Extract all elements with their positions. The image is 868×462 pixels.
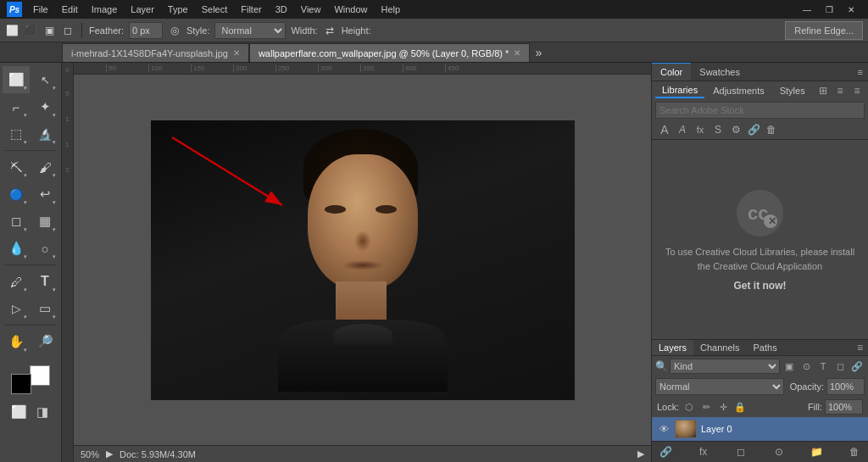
menu-view[interactable]: View	[295, 3, 327, 16]
filter-adjust-icon[interactable]: ⊙	[798, 359, 814, 374]
tab-2-close[interactable]: ✕	[514, 48, 520, 58]
menu-filter[interactable]: Filter	[235, 3, 267, 16]
zoom-level: 50%	[81, 449, 99, 459]
lib-tool-2-icon[interactable]: A	[675, 122, 690, 137]
adjustments-tab[interactable]: Adjustments	[706, 84, 771, 97]
path-select-tool[interactable]: ▷▾	[3, 295, 30, 322]
opacity-input[interactable]	[826, 378, 865, 395]
shape-tool[interactable]: ▭▾	[31, 295, 58, 322]
styles-tab[interactable]: Styles	[773, 84, 812, 97]
marquee-tool[interactable]: ⬜▾	[3, 66, 30, 93]
layers-kind-select[interactable]: Kind Name Effect Mode Attribute Color	[670, 359, 780, 374]
color-tab[interactable]: Color	[652, 63, 691, 81]
menu-layer[interactable]: Layer	[125, 3, 160, 16]
lib-tool-4-icon[interactable]: ⚙	[728, 122, 743, 137]
menu-bar: File Edit Image Layer Type Select Filter…	[27, 3, 406, 16]
layer-item-0[interactable]: 👁 Layer 0	[652, 417, 868, 441]
menu-3d[interactable]: 3D	[270, 3, 293, 16]
pen-tool[interactable]: 🖊▾	[3, 268, 30, 295]
blur-tool[interactable]: 💧▾	[3, 235, 30, 262]
layer-effects-button[interactable]: fx	[695, 444, 712, 459]
hand-tool[interactable]: ✋▾	[3, 328, 30, 355]
lib-tool-5-icon[interactable]: 🔗	[746, 122, 761, 137]
crop-tool[interactable]: ⬚▾	[3, 120, 30, 148]
quick-mask-button[interactable]: ◨	[32, 403, 53, 421]
layer-visibility-toggle[interactable]: 👁	[657, 422, 670, 436]
lasso-tool[interactable]: ⌐▾	[3, 93, 30, 120]
menu-window[interactable]: Window	[328, 3, 373, 16]
menu-select[interactable]: Select	[196, 3, 234, 16]
lock-transparent-icon[interactable]: ⬡	[682, 400, 696, 414]
delete-layer-button[interactable]: 🗑	[846, 444, 863, 459]
filter-type-icon[interactable]: T	[815, 359, 831, 374]
refine-edge-button[interactable]: Refine Edge...	[785, 21, 863, 40]
move-tool[interactable]: ↖▾	[31, 66, 58, 93]
zoom-arrow-icon[interactable]: ▶	[106, 448, 113, 459]
menu-type[interactable]: Type	[162, 3, 194, 16]
magic-wand-tool[interactable]: ✦▾	[31, 93, 58, 120]
fill-input[interactable]	[825, 399, 863, 415]
arrow-icon: ▾	[53, 253, 56, 260]
ruler-tick: 450	[445, 64, 487, 72]
history-brush-tool[interactable]: ↩▾	[31, 181, 58, 208]
tab-1-close[interactable]: ✕	[233, 48, 240, 58]
brush-tool[interactable]: 🖌▾	[31, 153, 58, 181]
menu-file[interactable]: File	[27, 3, 54, 16]
layers-tab[interactable]: Layers	[652, 340, 693, 355]
new-adjustment-button[interactable]: ⊙	[771, 444, 787, 459]
link-layers-button[interactable]: 🔗	[657, 444, 674, 459]
library-search-input[interactable]	[655, 102, 865, 119]
menu-image[interactable]: Image	[86, 3, 124, 16]
lib-tool-fx-icon[interactable]: fx	[693, 122, 708, 137]
feather-input[interactable]	[129, 22, 163, 39]
libraries-tab[interactable]: Libraries	[655, 83, 704, 98]
zoom-tool[interactable]: 🔎	[31, 328, 58, 355]
tab-2[interactable]: wallpaperflare.com_wallpaper.jpg @ 50% (…	[249, 43, 530, 62]
lock-position-icon[interactable]: ✛	[716, 400, 730, 414]
lib-tool-3-icon[interactable]: S	[710, 122, 726, 137]
layers-panel-menu-icon[interactable]: ≡	[852, 340, 868, 355]
filter-shape-icon[interactable]: ◻	[832, 359, 848, 374]
type-tool[interactable]: T▾	[31, 268, 58, 295]
lock-all-icon[interactable]: 🔒	[733, 400, 747, 414]
minimize-button[interactable]: —	[797, 3, 817, 16]
gradient-tool[interactable]: ▦▾	[31, 208, 58, 235]
blend-mode-select[interactable]: Normal Dissolve Multiply Screen Overlay	[655, 378, 784, 395]
foreground-color-swatch[interactable]	[11, 374, 31, 394]
style-select[interactable]: Normal Fixed Ratio Fixed Size	[214, 22, 286, 39]
close-button[interactable]: ✕	[841, 3, 861, 16]
healing-tool[interactable]: ⛏▾	[3, 153, 30, 181]
eraser-tool[interactable]: ◻▾	[3, 208, 30, 235]
forward-arrow-icon[interactable]: ▶	[637, 448, 644, 459]
lock-image-icon[interactable]: ✏	[699, 400, 713, 414]
paths-tab[interactable]: Paths	[747, 340, 784, 355]
lib-panel-menu-icon[interactable]: ≡	[849, 83, 865, 98]
height-label: Height:	[342, 25, 371, 36]
lib-grid-icon[interactable]: ⊞	[815, 83, 831, 98]
maximize-button[interactable]: ❐	[819, 3, 839, 16]
menu-edit[interactable]: Edit	[56, 3, 84, 16]
filter-smart-icon[interactable]: 🔗	[849, 359, 865, 374]
panel-menu-icon[interactable]: ≡	[853, 65, 868, 79]
clone-stamp-tool[interactable]: 🔵▾	[3, 181, 30, 208]
dodge-tool[interactable]: ○▾	[31, 235, 58, 262]
width-label: Width:	[291, 25, 317, 36]
tab-1[interactable]: i-mehrad-1X14S8DFa4Y-unsplash.jpg ✕	[62, 43, 249, 62]
standard-mode-button[interactable]: ⬜	[8, 403, 29, 421]
swap-icon[interactable]: ⇄	[323, 24, 337, 37]
add-mask-button[interactable]: ◻	[732, 444, 749, 459]
arrow-icon: ▾	[24, 253, 27, 260]
new-group-button[interactable]: 📁	[808, 444, 825, 459]
tabs-overflow-button[interactable]: »	[530, 43, 547, 62]
background-color-swatch[interactable]	[30, 365, 50, 386]
cc-get-it-link[interactable]: Get it now!	[734, 280, 787, 292]
channels-tab[interactable]: Channels	[693, 340, 746, 355]
lib-tool-1-icon[interactable]: A	[657, 122, 672, 137]
filter-pixel-icon[interactable]: ▣	[782, 359, 797, 374]
lib-list-icon[interactable]: ≡	[832, 83, 848, 98]
menu-help[interactable]: Help	[376, 3, 407, 16]
swatches-tab[interactable]: Swatches	[691, 64, 748, 81]
lib-tool-delete-icon[interactable]: 🗑	[764, 122, 779, 137]
eyedropper-tool[interactable]: 🔬▾	[31, 120, 58, 148]
ruler-v-100: 1	[65, 115, 69, 141]
